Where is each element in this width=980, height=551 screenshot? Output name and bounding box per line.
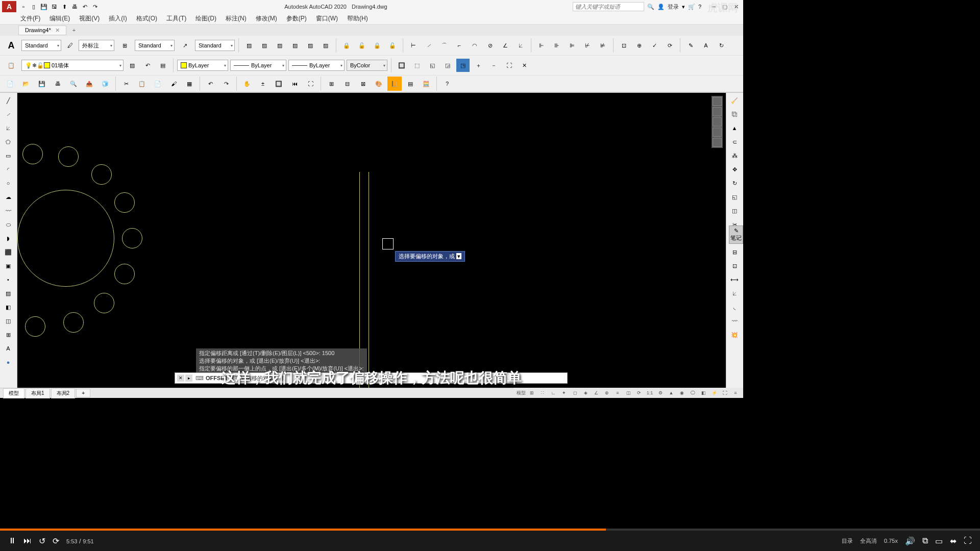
status-snap-icon[interactable]: ∷ [538, 389, 547, 397]
menu-insert[interactable]: 插入(I) [109, 14, 127, 23]
redo-icon[interactable]: ↷ [91, 3, 99, 11]
circle-icon[interactable]: ○ [1, 177, 15, 190]
mtext-icon[interactable]: A [1, 342, 15, 355]
login-button[interactable]: 登录 [668, 3, 679, 11]
hatch-icon[interactable]: ▨ [1, 287, 15, 300]
jog-line-icon[interactable]: ⟳ [663, 39, 676, 52]
plot-icon[interactable]: 🖶 [70, 3, 79, 11]
zoom-out-icon[interactable]: － [487, 59, 500, 72]
dim-text-edit-icon[interactable]: A [699, 39, 713, 52]
copy-icon[interactable]: 📋 [135, 77, 149, 91]
circle-object[interactable] [114, 192, 135, 213]
zoom-all-icon[interactable]: ⛶ [502, 59, 516, 72]
notes-button[interactable]: ✎ 笔记 [729, 226, 743, 244]
cmdline-close-icon[interactable]: ✕ [177, 374, 184, 382]
block-editor-icon[interactable]: ▦ [182, 77, 197, 91]
layer-tool-6-icon[interactable]: ▨ [319, 39, 332, 52]
menu-edit[interactable]: 编辑(E) [50, 14, 70, 23]
status-gear-icon[interactable]: ⚙ [656, 389, 665, 397]
tab-add-button[interactable]: + [68, 26, 80, 34]
status-grid-icon[interactable]: ⊞ [527, 389, 536, 397]
volume-icon[interactable]: 🔊 [905, 536, 915, 546]
grid-2-icon[interactable]: ⊟ [340, 77, 354, 91]
menu-draw[interactable]: 绘图(D) [195, 14, 216, 23]
circle-object[interactable] [58, 146, 79, 167]
linetype-dropdown[interactable]: ByLayer [288, 60, 345, 71]
dim-aligned-icon[interactable]: ⟋ [422, 39, 435, 52]
nav-showmotion-icon[interactable] [713, 138, 722, 147]
move-icon[interactable]: ✥ [727, 163, 742, 176]
nav-orbit-icon[interactable] [713, 128, 722, 137]
table-style-dropdown[interactable]: Standard [135, 40, 175, 51]
circle-object[interactable] [122, 228, 142, 248]
ellipse-icon[interactable]: ⬭ [1, 218, 15, 231]
zoom-extents-icon[interactable]: ✕ [518, 59, 531, 72]
layer-tool-4-icon[interactable]: ▨ [288, 39, 302, 52]
line-object[interactable] [369, 172, 369, 388]
document-tab[interactable]: Drawing4* ✕ [18, 26, 66, 35]
break-icon[interactable]: ⊡ [727, 259, 742, 272]
loop-button[interactable]: ⟳ [53, 536, 59, 546]
offset-icon[interactable]: ⊂ [727, 135, 742, 148]
circle-object[interactable] [25, 316, 45, 337]
zoom-win-icon[interactable]: 🔲 [272, 77, 286, 91]
arc-icon[interactable]: ◜ [1, 163, 15, 176]
app-logo[interactable]: A [2, 1, 16, 12]
status-ortho-icon[interactable]: ∟ [549, 389, 558, 397]
circle-object[interactable] [114, 264, 135, 284]
status-monitor-icon[interactable]: 🖵 [688, 389, 697, 397]
erase-icon[interactable]: 🧹 [727, 94, 742, 107]
save-icon[interactable]: 💾 [40, 3, 48, 11]
status-lwt-icon[interactable]: ≡ [613, 389, 622, 397]
dim-arc-icon[interactable]: ⌒ [437, 39, 451, 52]
layer-dropdown[interactable]: 💡❄🔓 01墙体 [21, 60, 124, 71]
menu-window[interactable]: 窗口(W) [316, 14, 338, 23]
dim-angular-icon[interactable]: ∠ [499, 39, 512, 52]
dim-space-icon[interactable]: ⊬ [581, 39, 594, 52]
search-input[interactable] [573, 2, 644, 11]
new-icon[interactable]: ▫ [19, 3, 28, 11]
layout-add-tab[interactable]: + [76, 389, 90, 397]
fillet-icon[interactable]: ◟ [727, 300, 742, 314]
table-icon[interactable]: ⊞ [1, 328, 15, 341]
ellipse-arc-icon[interactable]: ◗ [1, 232, 15, 245]
markup-icon[interactable]: ▤ [403, 77, 418, 91]
status-model[interactable]: 模型 [517, 389, 526, 397]
dim-edit-icon[interactable]: ✎ [684, 39, 697, 52]
menu-tools[interactable]: 工具(T) [166, 14, 186, 23]
layer-props-icon[interactable]: 📋 [3, 57, 19, 73]
open-file-icon[interactable]: 📂 [19, 77, 33, 91]
menu-modify[interactable]: 修改(M) [256, 14, 277, 23]
status-osnap-icon[interactable]: ◻ [570, 389, 579, 397]
explode-icon[interactable]: 💥 [727, 328, 742, 341]
wide-icon[interactable]: ⬌ [950, 536, 957, 546]
dim-ordinate-icon[interactable]: ⌐ [453, 39, 466, 52]
circle-large-object[interactable] [17, 190, 114, 287]
theater-icon[interactable]: ▭ [935, 536, 943, 546]
break-point-icon[interactable]: ⊟ [727, 245, 742, 259]
calc-icon[interactable]: 🧮 [419, 77, 433, 91]
palette-icon[interactable]: 🎨 [372, 77, 386, 91]
status-ws-icon[interactable]: ◉ [677, 389, 687, 397]
stretch-icon[interactable]: ◫ [727, 204, 742, 217]
menu-help[interactable]: 帮助(H) [347, 14, 368, 23]
rotate-icon[interactable]: ↻ [727, 177, 742, 190]
layer-state-icon[interactable]: ▤ [156, 59, 169, 72]
status-trans-icon[interactable]: ◫ [624, 389, 633, 397]
pan-icon[interactable]: ✋ [240, 77, 254, 91]
layout1-tab[interactable]: 布局1 [26, 388, 50, 398]
status-hw-icon[interactable]: ⚡ [709, 389, 719, 397]
nav-pan-icon[interactable] [713, 107, 722, 116]
exchange-icon[interactable]: ▾ [682, 4, 685, 10]
pause-button[interactable]: ⏸ [8, 536, 16, 545]
zoom-scale-icon[interactable]: ◱ [426, 59, 439, 72]
help-icon[interactable]: ? [698, 4, 701, 10]
circle-object[interactable] [63, 312, 84, 333]
redo-btn-icon[interactable]: ↷ [219, 77, 233, 91]
dim-quick-icon[interactable]: ⊩ [535, 39, 548, 52]
table-style-icon[interactable]: ⊞ [116, 37, 133, 54]
inspect-icon[interactable]: ✓ [648, 39, 661, 52]
toc-button[interactable]: 目录 [842, 537, 853, 545]
fullscreen-icon[interactable]: ⛶ [964, 536, 972, 545]
zoom-in-icon[interactable]: ＋ [472, 59, 485, 72]
